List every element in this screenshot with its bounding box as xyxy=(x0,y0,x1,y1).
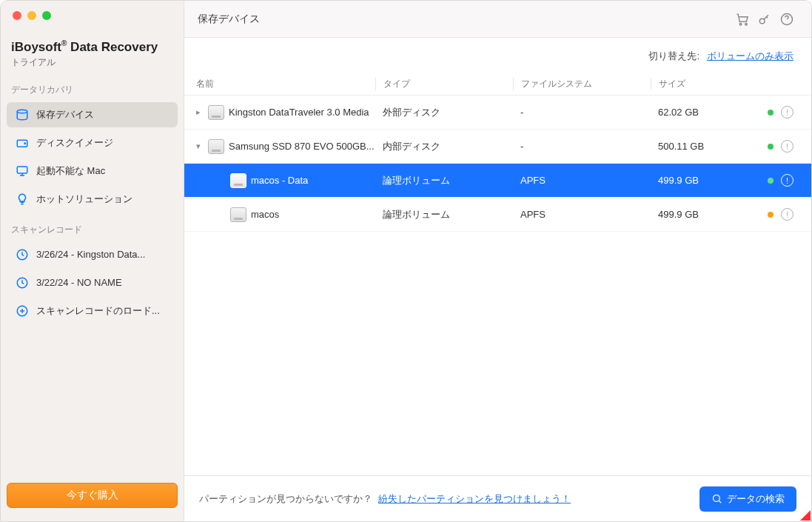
device-name: Samsung SSD 870 EVO 500GB... xyxy=(229,141,375,152)
info-icon[interactable]: ! xyxy=(781,106,793,118)
device-row[interactable]: ▸Kingston DataTraveler 3.0 Media外部ディスク-6… xyxy=(184,96,811,130)
status-dot xyxy=(768,110,774,116)
column-header-size[interactable]: サイズ xyxy=(651,78,753,90)
sidebar-item-label: ディスクイメージ xyxy=(36,136,113,150)
disk-icon xyxy=(16,108,29,121)
sidebar-item-storage-devices[interactable]: 保存デバイス xyxy=(7,102,178,127)
device-row[interactable]: ▾Samsung SSD 870 EVO 500GB...内部ディスク-500.… xyxy=(184,130,811,164)
sidebar-record-item-1[interactable]: 3/22/24 - NO NAME xyxy=(7,270,178,295)
device-name: macos - Data xyxy=(251,175,308,186)
sidebar-record-item-0[interactable]: 3/26/24 - Kingston Data... xyxy=(7,242,178,267)
footer-question: パーティションが見つからないですか？ xyxy=(199,492,372,506)
history-icon xyxy=(16,276,29,290)
switch-label: 切り替え先: xyxy=(648,50,699,63)
sidebar-item-label: 起動不能な Mac xyxy=(36,164,105,178)
svg-point-7 xyxy=(739,23,742,24)
svg-point-2 xyxy=(24,143,26,144)
device-size: 499.9 GB xyxy=(651,175,753,186)
monitor-icon xyxy=(16,164,29,178)
column-header-type[interactable]: タイプ xyxy=(375,78,513,90)
disclosure-triangle[interactable]: ▸ xyxy=(196,107,204,117)
topbar: 保存デバイス xyxy=(184,1,811,38)
svg-point-0 xyxy=(17,110,27,113)
device-row[interactable]: macos - Data論理ボリュームAPFS499.9 GB! xyxy=(184,164,811,198)
device-size: 499.9 GB xyxy=(651,209,753,220)
key-icon[interactable] xyxy=(754,8,776,30)
plus-icon xyxy=(16,304,29,318)
branding: iBoysoft® Data Recovery トライアル xyxy=(1,20,184,73)
sidebar-item-label: 保存デバイス xyxy=(36,108,94,121)
device-size: 62.02 GB xyxy=(651,107,753,118)
buy-now-button[interactable]: 今すぐ購入 xyxy=(7,483,178,508)
drive-icon xyxy=(230,173,246,188)
status-dot xyxy=(768,144,774,150)
sidebar-item-label: 3/26/24 - Kingston Data... xyxy=(36,249,145,260)
sidebar-item-unbootable-mac[interactable]: 起動不能な Mac xyxy=(7,158,178,184)
status-dot xyxy=(768,212,774,218)
svg-point-8 xyxy=(745,23,748,24)
sidebar-item-disk-image[interactable]: ディスクイメージ xyxy=(7,130,178,155)
minimize-window-button[interactable] xyxy=(27,11,36,20)
bulb-icon xyxy=(16,193,29,206)
device-filesystem: - xyxy=(513,107,651,118)
sidebar-item-hot-solution[interactable]: ホットソリューション xyxy=(7,187,178,212)
app-title: iBoysoft® Data Recovery xyxy=(11,39,172,55)
license-label: トライアル xyxy=(11,55,172,69)
column-header-filesystem[interactable]: ファイルシステム xyxy=(513,78,651,90)
close-window-button[interactable] xyxy=(13,11,21,20)
device-type: 論理ボリューム xyxy=(375,208,513,221)
column-header-name[interactable]: 名前 xyxy=(184,78,375,90)
info-icon[interactable]: ! xyxy=(781,174,793,187)
cart-icon[interactable] xyxy=(731,8,754,30)
page-title: 保存デバイス xyxy=(198,13,260,26)
switch-bar: 切り替え先: ボリュームのみ表示 xyxy=(184,38,811,73)
device-filesystem: APFS xyxy=(513,175,651,186)
device-row[interactable]: macos論理ボリュームAPFS499.9 GB! xyxy=(184,198,811,232)
svg-point-11 xyxy=(714,495,720,502)
section-label-recovery: データリカバリ xyxy=(1,73,184,101)
volumes-only-link[interactable]: ボリュームのみ表示 xyxy=(707,50,793,63)
drive-icon xyxy=(208,105,224,120)
zoom-window-button[interactable] xyxy=(42,11,51,20)
window-controls xyxy=(1,1,184,20)
sidebar-item-label: ホットソリューション xyxy=(36,193,132,206)
search-data-button[interactable]: データの検索 xyxy=(699,486,796,512)
sidebar-record-load[interactable]: スキャンレコードのロード... xyxy=(7,298,178,324)
drive-icon xyxy=(208,139,224,154)
help-icon[interactable] xyxy=(776,8,798,30)
device-name: Kingston DataTraveler 3.0 Media xyxy=(229,107,369,118)
search-button-label: データの検索 xyxy=(727,492,785,506)
device-filesystem: APFS xyxy=(513,209,651,220)
device-type: 内部ディスク xyxy=(375,140,513,153)
footer: パーティションが見つからないですか？ 紛失したパーティションを見つけましょう！ … xyxy=(184,475,811,521)
device-type: 論理ボリューム xyxy=(375,174,513,187)
resize-handle[interactable] xyxy=(800,510,811,521)
device-size: 500.11 GB xyxy=(651,141,753,152)
main: 保存デバイス 切り替え先: ボリュームのみ表示 名前 タイプ ファイルシステム … xyxy=(184,1,811,521)
device-table: ▸Kingston DataTraveler 3.0 Media外部ディスク-6… xyxy=(184,96,811,475)
sidebar-item-label: 3/22/24 - NO NAME xyxy=(36,277,122,288)
info-icon[interactable]: ! xyxy=(781,208,793,221)
search-icon xyxy=(711,493,722,504)
disclosure-triangle[interactable]: ▾ xyxy=(196,141,204,151)
hdd-icon xyxy=(16,136,29,150)
svg-point-9 xyxy=(759,19,765,24)
device-type: 外部ディスク xyxy=(375,106,513,119)
device-filesystem: - xyxy=(513,141,651,152)
sidebar: iBoysoft® Data Recovery トライアル データリカバリ 保存… xyxy=(1,1,184,521)
drive-icon xyxy=(230,207,246,222)
find-lost-partition-link[interactable]: 紛失したパーティションを見つけましょう！ xyxy=(378,492,571,506)
history-icon xyxy=(16,248,29,261)
section-label-records: スキャンレコード xyxy=(1,213,184,241)
sidebar-item-label: スキャンレコードのロード... xyxy=(36,304,160,318)
table-header: 名前 タイプ ファイルシステム サイズ xyxy=(184,73,811,96)
svg-rect-3 xyxy=(17,167,27,173)
info-icon[interactable]: ! xyxy=(781,140,793,153)
device-name: macos xyxy=(251,209,279,220)
status-dot xyxy=(768,178,774,184)
